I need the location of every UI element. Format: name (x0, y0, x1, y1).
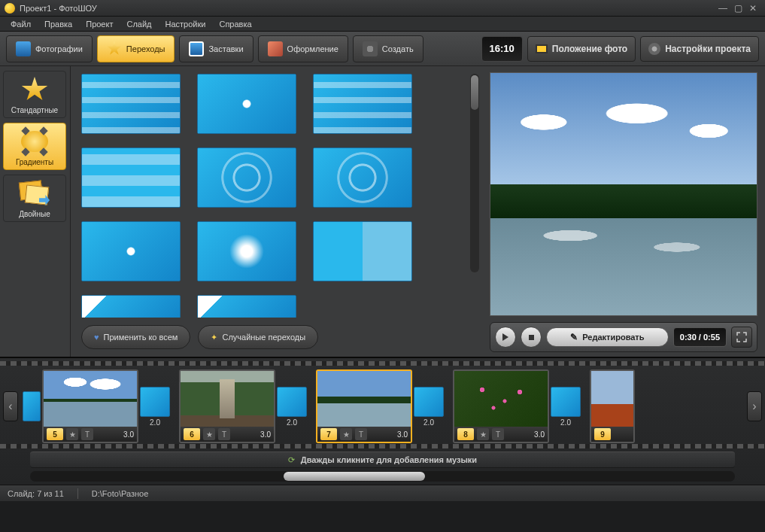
transitions-panel: ♥Применить ко всем ✦Случайные переходы (71, 66, 482, 357)
main-area: Стандартные Градиенты Двойные (0, 66, 765, 357)
text-button[interactable]: T (492, 428, 504, 440)
tab-design[interactable]: Оформление (258, 35, 348, 62)
fullscreen-button[interactable] (731, 327, 752, 348)
frame-icon (536, 44, 548, 53)
maximize-button[interactable]: ▢ (730, 3, 745, 14)
tab-create-label: Создать (382, 44, 414, 53)
transition-item[interactable] (313, 221, 412, 281)
transition-item[interactable] (197, 221, 296, 281)
timeline-transition[interactable]: 2.0 (412, 387, 445, 427)
slide-frame[interactable]: 6★T3.0 (179, 369, 275, 443)
transition-duration: 2.0 (150, 418, 160, 427)
preview-panel: ✎Редактировать 0:30 / 0:55 (482, 66, 765, 357)
random-transitions-label: Случайные переходы (222, 333, 305, 342)
tab-intros[interactable]: Заставки (179, 35, 253, 62)
menu-settings[interactable]: Настройки (159, 18, 212, 30)
transition-item[interactable] (197, 147, 296, 208)
star-button[interactable]: ★ (477, 428, 489, 440)
slide-duration: 3.0 (260, 430, 271, 439)
transition-item[interactable] (81, 147, 181, 208)
star-large-icon (18, 76, 51, 103)
transition-item[interactable] (313, 147, 412, 208)
slide-frame[interactable]: 5★T3.0 (42, 369, 138, 443)
transition-item[interactable] (313, 74, 412, 134)
transition-item[interactable] (81, 221, 181, 281)
timeline-slide: 9 (590, 369, 635, 443)
menu-project[interactable]: Проект (80, 18, 119, 30)
transition-item[interactable] (197, 295, 296, 318)
transition-duration: 2.0 (560, 418, 571, 427)
photo-position-button[interactable]: Положение фото (527, 36, 636, 62)
edit-slide-button[interactable]: ✎Редактировать (546, 327, 669, 347)
transition-item[interactable] (197, 74, 296, 134)
category-double[interactable]: Двойные (3, 175, 66, 222)
horizontal-scrollbar[interactable] (30, 471, 735, 482)
scrollbar-thumb[interactable] (471, 75, 478, 110)
star-button[interactable]: ★ (203, 428, 215, 440)
text-button[interactable]: T (218, 428, 230, 440)
screen-icon (189, 41, 204, 56)
random-transitions-button[interactable]: ✦Случайные переходы (198, 325, 318, 349)
timeline-transition[interactable]: 2.0 (275, 387, 308, 427)
slide-frame[interactable]: 8★T3.0 (453, 369, 549, 443)
text-button[interactable]: T (355, 428, 367, 440)
vertical-scrollbar[interactable] (470, 74, 479, 272)
status-path: D:\Foto\Разное (92, 489, 148, 498)
project-settings-button[interactable]: Настройки проекта (640, 36, 759, 62)
preview-viewport (490, 72, 757, 316)
slide-frame[interactable]: 7★T3.0 (316, 369, 412, 443)
category-gradients-label: Градиенты (5, 158, 64, 166)
star-button[interactable]: ★ (340, 428, 352, 440)
play-icon (502, 333, 509, 341)
timeline-next-button[interactable]: › (747, 391, 762, 421)
play-button[interactable] (495, 327, 516, 348)
star-icon (107, 41, 122, 56)
tab-create[interactable]: Создать (353, 35, 423, 62)
aspect-ratio[interactable]: 16:10 (481, 36, 523, 62)
refresh-icon: ⟳ (288, 455, 295, 465)
stop-button[interactable] (521, 327, 542, 348)
menu-slide[interactable]: Слайд (120, 18, 157, 30)
menu-file[interactable]: Файл (5, 18, 37, 30)
gradient-icon (18, 128, 51, 155)
slide-thumbnail (317, 371, 411, 427)
titlebar: Проект1 - ФотоШОУ — ▢ ✕ (0, 0, 765, 17)
gear-icon (648, 43, 660, 55)
tab-transitions[interactable]: Переходы (97, 35, 175, 62)
category-standard-label: Стандартные (5, 106, 64, 114)
transition-duration: 2.0 (423, 418, 434, 427)
timeline-transition[interactable] (21, 391, 42, 421)
menu-edit[interactable]: Правка (38, 18, 78, 30)
minimize-button[interactable]: — (715, 3, 730, 14)
timeline-transition[interactable]: 2.0 (138, 387, 172, 427)
menubar: Файл Правка Проект Слайд Настройки Справ… (0, 17, 765, 32)
edit-slide-label: Редактировать (582, 333, 644, 342)
scrollbar-thumb[interactable] (284, 472, 424, 481)
double-icon (18, 180, 51, 207)
transition-item[interactable] (81, 74, 181, 134)
music-track[interactable]: ⟳ Дважды кликните для добавления музыки (30, 451, 735, 468)
preview-image (490, 73, 757, 315)
close-button[interactable]: ✕ (745, 3, 760, 14)
camera-icon (16, 41, 31, 56)
tab-intros-label: Заставки (208, 44, 243, 53)
category-standard[interactable]: Стандартные (3, 71, 66, 118)
timeline-slide: 8★T3.0 2.0 (453, 369, 582, 443)
apply-to-all-button[interactable]: ♥Применить ко всем (81, 325, 190, 349)
tab-photos[interactable]: Фотографии (6, 35, 93, 62)
text-button[interactable]: T (81, 428, 93, 440)
status-slide: Слайд: 7 из 11 (8, 489, 64, 498)
slide-number: 7 (320, 428, 337, 440)
category-sidebar: Стандартные Градиенты Двойные (0, 66, 71, 357)
slide-thumbnail (454, 371, 548, 427)
transition-item[interactable] (81, 295, 181, 318)
timeline-slide: 6★T3.0 2.0 (179, 369, 308, 443)
category-gradients[interactable]: Градиенты (3, 123, 66, 170)
slide-frame[interactable]: 9 (590, 369, 635, 443)
star-button[interactable]: ★ (66, 428, 78, 440)
timeline-prev-button[interactable]: ‹ (3, 391, 18, 421)
timeline-transition[interactable]: 2.0 (549, 387, 582, 427)
slide-number: 9 (594, 428, 611, 440)
menu-help[interactable]: Справка (213, 18, 257, 30)
slide-thumbnail (44, 371, 137, 427)
